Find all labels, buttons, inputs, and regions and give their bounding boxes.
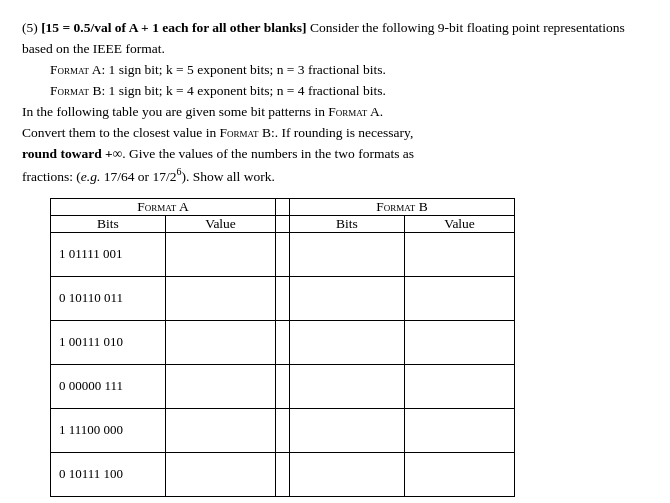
format-a-line: Format A: 1 sign bit; k = 5 exponent bit…: [50, 60, 648, 81]
header-row: Format A Format B: [51, 198, 515, 215]
bits-b-2: [290, 276, 405, 320]
value-a-5: [166, 408, 276, 452]
bits-b-3: [290, 320, 405, 364]
problem-header: (5) [15 = 0.5/val of A + 1 each for all …: [22, 18, 648, 60]
bits-header-a: Bits: [51, 215, 166, 232]
value-b-3: [405, 320, 515, 364]
value-header-b: Value: [405, 215, 515, 232]
table-row: 0 00000 111: [51, 364, 515, 408]
table-row: 1 11100 000: [51, 408, 515, 452]
bits-header-b: Bits: [290, 215, 405, 232]
bits-b-4: [290, 364, 405, 408]
format-a-header: Format A: [51, 198, 276, 215]
divider-subheader: [276, 215, 290, 232]
value-b-2: [405, 276, 515, 320]
instruction-1: In the following table you are given som…: [22, 102, 648, 123]
sub-header-row: Bits Value Bits Value: [51, 215, 515, 232]
problem-container: (5) [15 = 0.5/val of A + 1 each for all …: [22, 18, 648, 188]
format-b-header: Format B: [290, 198, 515, 215]
bits-a-2: 0 10110 011: [51, 276, 166, 320]
bits-a-4: 0 00000 111: [51, 364, 166, 408]
table-row: 0 10111 100: [51, 452, 515, 496]
bits-a-5: 1 11100 000: [51, 408, 166, 452]
divider-1: [276, 232, 290, 276]
divider-5: [276, 408, 290, 452]
problem-number: (5): [22, 20, 41, 35]
format-a-label: Format A: [50, 62, 101, 77]
value-a-3: [166, 320, 276, 364]
divider-4: [276, 364, 290, 408]
bits-b-1: [290, 232, 405, 276]
value-b-4: [405, 364, 515, 408]
divider-header: [276, 198, 290, 215]
table-body: 1 01111 001 0 10110 011 1 00111 010: [51, 232, 515, 496]
table-container: Format A Format B Bits Value Bits Value …: [50, 198, 648, 497]
value-a-1: [166, 232, 276, 276]
table-row: 0 10110 011: [51, 276, 515, 320]
value-b-6: [405, 452, 515, 496]
value-b-1: [405, 232, 515, 276]
value-header-a: Value: [166, 215, 276, 232]
main-table: Format A Format B Bits Value Bits Value …: [50, 198, 515, 497]
divider-3: [276, 320, 290, 364]
instruction-4: fractions: (e.g. 17/64 or 17/26). Show a…: [22, 164, 648, 187]
value-a-4: [166, 364, 276, 408]
table-row: 1 01111 001: [51, 232, 515, 276]
bits-a-6: 0 10111 100: [51, 452, 166, 496]
divider-6: [276, 452, 290, 496]
format-a-desc: : 1 sign bit; k = 5 exponent bits; n = 3…: [101, 62, 385, 77]
points-bracket: [15 = 0.5/val of A + 1 each for all othe…: [41, 20, 306, 35]
bits-a-3: 1 00111 010: [51, 320, 166, 364]
value-a-2: [166, 276, 276, 320]
value-b-5: [405, 408, 515, 452]
format-b-desc: : 1 sign bit; k = 4 exponent bits; n = 4…: [101, 83, 385, 98]
table-row: 1 00111 010: [51, 320, 515, 364]
divider-2: [276, 276, 290, 320]
value-a-6: [166, 452, 276, 496]
format-b-line: Format B: 1 sign bit; k = 4 exponent bit…: [50, 81, 648, 102]
format-b-label: Format B: [50, 83, 101, 98]
instruction-3: round toward +∞. Give the values of the …: [22, 144, 648, 165]
bits-a-1: 1 01111 001: [51, 232, 166, 276]
instruction-2: Convert them to the closest value in For…: [22, 123, 648, 144]
bits-b-6: [290, 452, 405, 496]
bits-b-5: [290, 408, 405, 452]
